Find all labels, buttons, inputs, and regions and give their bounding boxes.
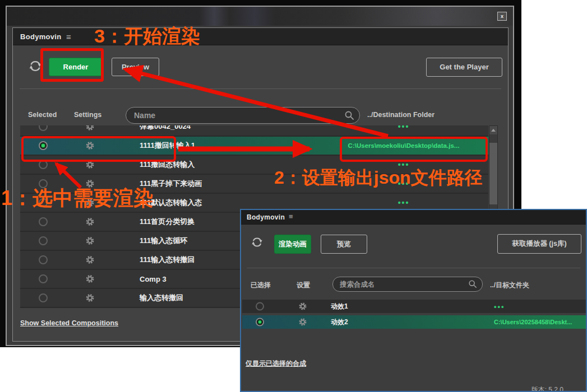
annotation-box-render — [40, 48, 104, 82]
settings-gear-icon[interactable] — [85, 274, 95, 284]
composition-name: 111输入态循环 — [140, 236, 187, 246]
column-selected: 已选择 — [251, 281, 271, 290]
annotation-step2-text: 2：设置输出json文件路径 — [274, 166, 483, 190]
column-selected: Selected — [28, 111, 57, 119]
render-button[interactable]: 渲染动画 — [274, 235, 311, 254]
composition-row[interactable]: 弹幕0042_0024••• — [20, 125, 488, 137]
panel-header: Bodymovin ≡ — [13, 28, 508, 45]
bodymovin-cn-panel: Bodymovin ≡ 渲染动画 预览 获取播放器 (js库) 已选择 设置 — [240, 209, 587, 392]
annotation-step1-text: 1：选中需要渲染 — [1, 185, 154, 212]
settings-gear-icon[interactable] — [298, 302, 307, 311]
destination-path[interactable]: C:\Users\20258458\Deskt... — [494, 319, 586, 325]
column-destination: ../目标文件夹 — [490, 281, 529, 290]
refresh-icon[interactable] — [251, 236, 264, 249]
radio-select[interactable] — [39, 255, 48, 264]
screenshot-stage: x Bodymovin ≡ Render Preview Get the Pla… — [0, 0, 587, 392]
column-settings: Settings — [74, 111, 101, 119]
settings-gear-icon[interactable] — [85, 293, 95, 303]
radio-select[interactable] — [39, 293, 48, 302]
panel-menu-icon[interactable]: ≡ — [289, 212, 293, 221]
panel-header: Bodymovin ≡ — [241, 210, 586, 225]
window-titlebar[interactable] — [7, 7, 513, 26]
panel-menu-icon[interactable]: ≡ — [66, 32, 71, 41]
search-box — [332, 277, 483, 292]
get-player-button[interactable]: 获取播放器 (js库) — [497, 234, 581, 254]
radio-select[interactable] — [39, 217, 48, 226]
toolbar-divider — [247, 268, 580, 268]
annotation-step3-text: 3：开始渲染 — [94, 24, 200, 49]
close-button[interactable]: x — [497, 12, 507, 21]
composition-name: 动效1 — [331, 302, 348, 311]
settings-gear-icon[interactable] — [85, 125, 95, 132]
search-icon — [468, 279, 477, 288]
set-destination-button[interactable]: ••• — [320, 125, 488, 131]
settings-gear-icon[interactable] — [298, 318, 307, 326]
annotation-box-selected-row — [21, 136, 176, 162]
set-destination-button[interactable]: ••• — [494, 302, 586, 311]
toolbar-divider — [20, 88, 501, 89]
search-input[interactable] — [126, 107, 360, 124]
composition-row[interactable]: 动效1••• — [242, 300, 586, 315]
radio-select[interactable] — [256, 318, 264, 326]
scrollbar-thumb[interactable] — [489, 143, 497, 204]
composition-name: 111输入态转撤回 — [140, 255, 195, 265]
scrollbar-up-button[interactable] — [489, 126, 497, 134]
get-player-button[interactable]: Get the Player — [426, 58, 502, 77]
settings-gear-icon[interactable] — [85, 255, 95, 265]
settings-gear-icon[interactable] — [85, 217, 95, 227]
radio-select[interactable] — [39, 125, 48, 131]
composition-name: 111首页分类切换 — [140, 217, 195, 227]
composition-list: 动效1•••动效2C:\Users\20258458\Deskt... — [242, 300, 586, 338]
panel-title: Bodymovin — [20, 32, 61, 41]
radio-select[interactable] — [256, 302, 264, 311]
set-destination-button[interactable]: ••• — [320, 198, 488, 207]
composition-name: Comp 3 — [140, 275, 167, 283]
composition-name: 动效2 — [331, 318, 348, 327]
show-selected-compositions-link[interactable]: 仅显示已选择的合成 — [246, 359, 306, 368]
search-input[interactable] — [332, 277, 483, 292]
preview-button[interactable]: 预览 — [321, 235, 367, 254]
column-destination: ../Destination Folder — [367, 111, 435, 119]
settings-gear-icon[interactable] — [85, 236, 95, 246]
annotation-box-destination — [340, 137, 488, 162]
radio-select[interactable] — [39, 274, 48, 283]
panel-title: Bodymovin — [247, 213, 285, 221]
search-icon — [344, 110, 354, 120]
search-box — [126, 107, 360, 124]
composition-name: 弹幕0042_0024 — [140, 125, 191, 132]
radio-selected-dot — [258, 320, 262, 324]
show-selected-compositions-link[interactable]: Show Selected Compositions — [20, 319, 118, 327]
composition-name: 输入态转撤回 — [140, 293, 183, 303]
composition-row[interactable]: 动效2C:\Users\20258458\Deskt... — [242, 315, 586, 331]
radio-select[interactable] — [39, 236, 48, 245]
preview-button[interactable]: Preview — [112, 58, 159, 76]
version-label: 版本: 5.2.0 — [531, 385, 563, 392]
column-settings: 设置 — [297, 281, 310, 290]
